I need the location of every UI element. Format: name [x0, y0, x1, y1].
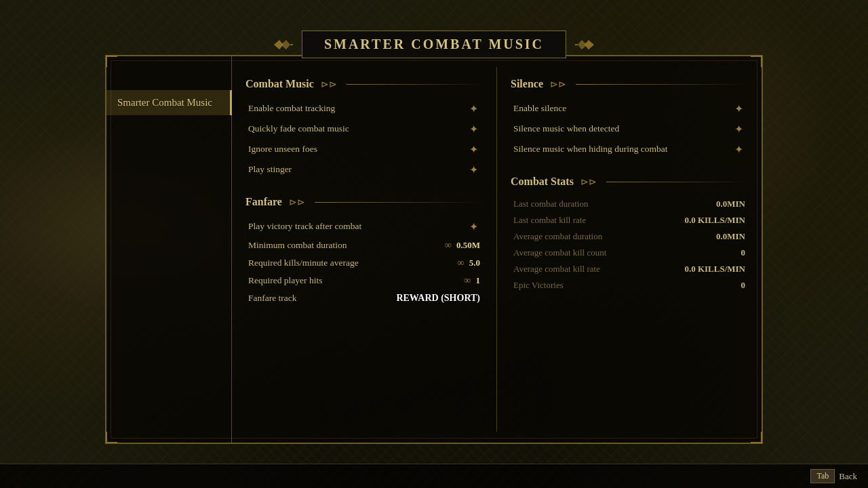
corner-tr [749, 55, 763, 68]
corner-bl [105, 430, 119, 444]
combat-music-title: Combat Music [245, 78, 314, 90]
combat-music-line [347, 84, 483, 85]
stat-average-combat-kill-rate: Average combat kill rate 0.0 KILLS/MIN [511, 261, 748, 277]
stat-value: 0.0MIN [716, 199, 745, 209]
setting-quickly-fade[interactable]: Quickly fade combat music ✦ [245, 119, 483, 139]
back-label: Back [839, 471, 857, 482]
combat-stats-title: Combat Stats [511, 176, 574, 188]
stat-last-combat-kill-rate: Last combat kill rate 0.0 KILLS/MIN [511, 212, 748, 228]
stat-value: 0.0 KILLS/MIN [684, 215, 745, 226]
setting-label: Ignore unseen foes [248, 144, 467, 155]
setting-label: Silence music when detected [513, 123, 732, 134]
stat-label: Epic Victories [513, 280, 741, 291]
content-right: Silence ⊳⊳ Enable silence ✦ Silence musi… [497, 67, 762, 432]
stat-value: 0 [741, 247, 746, 258]
stat-label: Average combat duration [513, 231, 716, 242]
title-ornament-right [574, 38, 595, 52]
setting-label: Required kills/minute average [248, 258, 458, 268]
bottom-bar: Tab Back [0, 464, 868, 488]
corner-tl [105, 55, 119, 68]
setting-label: Enable silence [513, 103, 732, 114]
fanfare-ornament: ⊳⊳ [289, 197, 305, 208]
title-ornament-left [273, 38, 294, 52]
ui-container: SMARTER COMBAT MUSIC Smarter Comba [105, 30, 763, 444]
checkbox-icon: ✦ [467, 122, 480, 136]
svg-marker-1 [281, 40, 290, 49]
fanfare-section-header: Fanfare ⊳⊳ [245, 196, 483, 208]
checkbox-icon: ✦ [467, 220, 480, 233]
setting-play-victory[interactable]: Play victory track after combat ✦ [245, 216, 483, 237]
checkbox-icon: ✦ [732, 142, 745, 156]
stat-last-combat-duration: Last combat duration 0.0MIN [511, 196, 748, 212]
combat-music-ornament: ⊳⊳ [321, 79, 337, 90]
stat-average-combat-kill-count: Average combat kill count 0 [511, 245, 748, 261]
page-title: SMARTER COMBAT MUSIC [302, 30, 566, 58]
setting-enable-silence[interactable]: Enable silence ✦ [511, 98, 748, 119]
setting-play-stinger[interactable]: Play stinger ✦ [245, 159, 483, 180]
combat-stats-section-header: Combat Stats ⊳⊳ [511, 176, 748, 188]
setting-value: ∞ 0.50M [445, 240, 480, 251]
combat-stats-ornament: ⊳⊳ [580, 176, 597, 188]
silence-title: Silence [511, 78, 543, 90]
stat-average-combat-duration: Average combat duration 0.0MIN [511, 228, 748, 245]
key-hint-back: Tab Back [810, 469, 857, 483]
checkbox-icon: ✦ [467, 142, 480, 156]
setting-label: Enable combat tracking [248, 103, 467, 114]
stat-label: Average combat kill count [513, 247, 741, 258]
stat-value: 0.0 KILLS/MIN [684, 264, 745, 274]
setting-value: ∞ 1 [464, 275, 480, 286]
setting-label: Quickly fade combat music [248, 123, 467, 134]
stat-label: Average combat kill rate [513, 264, 684, 274]
silence-line [576, 84, 748, 85]
setting-required-player-hits[interactable]: Required player hits ∞ 1 [245, 272, 483, 289]
setting-fanfare-track[interactable]: Fanfare track REWARD (SHORT) [245, 289, 483, 307]
stat-value: 0 [741, 280, 746, 291]
setting-label: Fanfare track [248, 293, 396, 304]
setting-label: Play victory track after combat [248, 221, 467, 232]
silence-section-header: Silence ⊳⊳ [511, 78, 748, 90]
stat-label: Last combat kill rate [513, 215, 684, 226]
checkbox-icon: ✦ [732, 102, 745, 115]
tab-key[interactable]: Tab [810, 469, 835, 483]
setting-label: Silence music when hiding during combat [513, 144, 732, 155]
setting-ignore-unseen-foes[interactable]: Ignore unseen foes ✦ [245, 139, 483, 159]
title-bar: SMARTER COMBAT MUSIC [273, 30, 595, 58]
main-panel: Smarter Combat Music Combat Music ⊳⊳ Ena… [105, 55, 763, 444]
sidebar-item-smarter-combat-music[interactable]: Smarter Combat Music [106, 90, 232, 115]
setting-enable-combat-tracking[interactable]: Enable combat tracking ✦ [245, 98, 483, 119]
checkbox-icon: ✦ [467, 102, 480, 115]
setting-value: ∞ 5.0 [458, 258, 480, 268]
stat-epic-victories: Epic Victories 0 [511, 277, 748, 293]
fanfare-line [315, 202, 483, 203]
content-left: Combat Music ⊳⊳ Enable combat tracking ✦… [232, 67, 497, 432]
stat-label: Last combat duration [513, 199, 716, 209]
corner-br [749, 430, 763, 444]
setting-label: Minimum combat duration [248, 240, 445, 251]
setting-silence-when-hiding[interactable]: Silence music when hiding during combat … [511, 139, 748, 159]
setting-label: Play stinger [248, 164, 467, 175]
setting-value-fanfare-track: REWARD (SHORT) [396, 293, 480, 304]
svg-marker-5 [585, 40, 594, 49]
silence-ornament: ⊳⊳ [550, 79, 566, 90]
setting-label: Required player hits [248, 275, 464, 286]
checkbox-icon: ✦ [732, 122, 745, 136]
stat-value: 0.0MIN [716, 231, 745, 242]
checkbox-icon: ✦ [467, 163, 480, 176]
combat-music-section-header: Combat Music ⊳⊳ [245, 78, 483, 90]
combat-stats-line [606, 182, 748, 182]
setting-required-kills[interactable]: Required kills/minute average ∞ 5.0 [245, 254, 483, 272]
content-area: Combat Music ⊳⊳ Enable combat tracking ✦… [232, 56, 762, 443]
setting-silence-when-detected[interactable]: Silence music when detected ✦ [511, 119, 748, 139]
sidebar: Smarter Combat Music [106, 56, 232, 443]
fanfare-title: Fanfare [245, 196, 282, 208]
setting-min-combat-duration[interactable]: Minimum combat duration ∞ 0.50M [245, 237, 483, 254]
